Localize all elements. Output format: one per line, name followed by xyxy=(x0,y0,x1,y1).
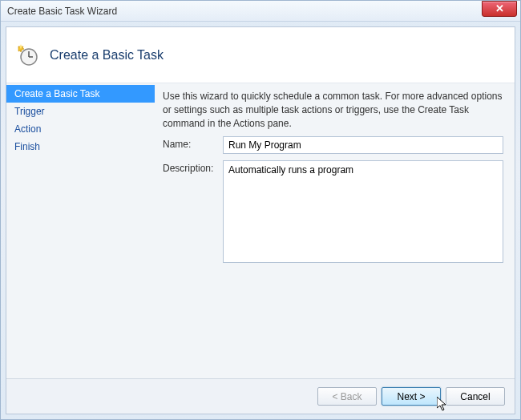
description-row: Description: xyxy=(163,160,503,263)
intro-text: Use this wizard to quickly schedule a co… xyxy=(163,90,503,130)
back-button[interactable]: < Back xyxy=(317,387,377,406)
cancel-button[interactable]: Cancel xyxy=(446,387,505,406)
wizard-header: Create a Basic Task xyxy=(6,27,515,83)
wizard-footer: < Back Next > Cancel xyxy=(6,378,515,414)
clock-wizard-icon xyxy=(16,44,38,67)
sidebar-item-trigger[interactable]: Trigger xyxy=(6,103,155,120)
name-row: Name: xyxy=(163,136,503,154)
wizard-window: Create Basic Task Wizard ✕ Create a Basi… xyxy=(0,0,521,420)
wizard-inner: Create a Basic Task Create a Basic Task … xyxy=(6,26,515,414)
wizard-body: Create a Basic Task Trigger Action Finis… xyxy=(6,83,515,378)
sidebar-item-label: Finish xyxy=(14,141,40,152)
sidebar-item-label: Create a Basic Task xyxy=(14,88,100,99)
sidebar-item-basic-task[interactable]: Create a Basic Task xyxy=(6,85,155,103)
name-label: Name: xyxy=(163,136,223,150)
description-label: Description: xyxy=(163,160,223,174)
sidebar-item-action[interactable]: Action xyxy=(6,120,155,138)
name-input[interactable] xyxy=(223,136,503,154)
sidebar-item-label: Trigger xyxy=(14,106,45,117)
close-icon: ✕ xyxy=(495,2,504,14)
sidebar-item-finish[interactable]: Finish xyxy=(6,138,155,155)
sidebar-item-label: Action xyxy=(14,123,41,135)
next-button[interactable]: Next > xyxy=(382,387,441,406)
titlebar: Create Basic Task Wizard ✕ xyxy=(1,1,520,22)
window-title: Create Basic Task Wizard xyxy=(7,6,117,17)
page-title: Create a Basic Task xyxy=(50,48,164,63)
wizard-sidebar: Create a Basic Task Trigger Action Finis… xyxy=(6,83,155,378)
wizard-content: Use this wizard to quickly schedule a co… xyxy=(155,83,515,378)
description-input[interactable] xyxy=(223,160,503,263)
close-button[interactable]: ✕ xyxy=(482,1,517,17)
